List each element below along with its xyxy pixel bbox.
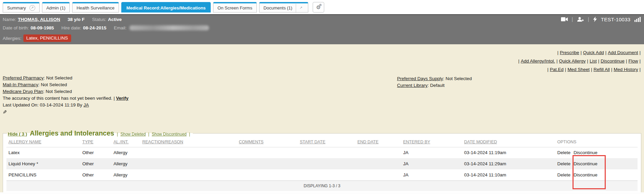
allergy-row-latex: Latex Other Allergy JA 03-14-2024 11:19a… (6, 147, 638, 158)
tab-summary-label: Summary (7, 5, 26, 10)
action-link-list[interactable]: List (589, 58, 597, 64)
patient-banner: Name: THOMAS, ALLISON 38 y/o F Status: A… (0, 14, 644, 44)
tab-documents-label: Documents (1) (264, 5, 292, 10)
action-link-add-document[interactable]: Add Document (608, 50, 638, 55)
tab-divider (296, 3, 296, 13)
panel-title: Allergies and Intolerances (30, 129, 114, 137)
medicare-drug-plan-link[interactable]: Medicare Drug Plan (3, 89, 43, 94)
discontinue-link-row3[interactable]: Discontinue (574, 172, 598, 177)
allergies-panel: Hide ( 3 ) Allergies and Intolerances | … (3, 129, 641, 193)
patient-hire-date: 08-24-2015 (83, 25, 106, 30)
allergies-panel-legend: Hide ( 3 ) Allergies and Intolerances | … (7, 129, 193, 137)
verify-link[interactable]: Verify (116, 96, 128, 101)
hide-count-link[interactable]: Hide ( 3 ) (8, 131, 27, 137)
tab-documents[interactable]: Documents (1) ↗ (259, 2, 308, 13)
patient-age-sex: 38 y/o F (68, 17, 85, 22)
mail-in-pharmacy-line: Mail-In Pharmacy: Not Selected (3, 81, 128, 88)
action-link-flow[interactable]: Flow (628, 58, 638, 64)
mail-in-pharmacy-link[interactable]: Mail-In Pharmacy (3, 82, 38, 87)
preferred-days-supply-value: Not Selected (445, 76, 472, 81)
name-label: Name: (3, 17, 16, 22)
record-id: TEST-10033 (601, 17, 630, 22)
action-link-add-allergy-intol-[interactable]: Add Allergy/Intol. (521, 58, 555, 64)
discontinue-link-row2[interactable]: Discontinue (574, 161, 598, 166)
current-library-value: Default (430, 83, 445, 88)
tab-health-surveillance[interactable]: Health Surveillance (72, 2, 119, 13)
action-link-pat-ed[interactable]: Pat.Ed (550, 67, 564, 72)
preferred-days-supply-link[interactable]: Preferred Days Supply (397, 76, 443, 81)
tab-admin[interactable]: Admin (1) (42, 2, 70, 13)
patient-dob: 08-09-1985 (30, 25, 54, 30)
tab-summary[interactable]: Summary ↗ (3, 2, 40, 13)
medicare-drug-plan-value: Not Selected (46, 89, 72, 94)
supply-info: Preferred Days Supply: Not Selected Curr… (397, 75, 472, 89)
allergy-row-liquid-honey: Liquid Honey * Other Allergy JA 03-14-20… (6, 158, 638, 169)
popout-icon[interactable]: ↗ (298, 5, 304, 11)
main-content: |Prescribe|Quick Add|Add Document| |Add … (0, 44, 644, 194)
tab-bar: Summary ↗ Admin (1) Health Surveillance … (0, 0, 644, 14)
preferred-pharmacy-link[interactable]: Preferred Pharmacy (3, 75, 44, 80)
edit-pencil-icon[interactable]: ✎ (3, 109, 7, 115)
updated-by-link[interactable]: JA (83, 102, 89, 107)
panel-legend-links: | Show Deleted | Show Discontinued | (117, 132, 190, 137)
hire-date-label: Hire date: (61, 25, 81, 30)
allergies-badge[interactable]: Latex, PENICILLINS (23, 34, 71, 42)
col-options: OPTIONS (555, 137, 638, 147)
action-link-refill-all[interactable]: Refill All (594, 67, 610, 72)
bar-chart-icon[interactable] (635, 17, 641, 22)
video-camera-icon[interactable] (561, 17, 568, 22)
col-entered-by[interactable]: ENTERED BY (401, 137, 462, 147)
medicare-drug-plan-line: Medicare Drug Plan: Not Selected (3, 88, 128, 95)
allergies-label: Allergies: (3, 36, 22, 41)
mail-in-pharmacy-value: Not Selected (41, 82, 67, 87)
col-allergy-name[interactable]: ALLERGY NAME (6, 137, 80, 147)
preferred-pharmacy-value: Not Selected (46, 75, 72, 80)
action-link-med-sheet[interactable]: Med Sheet (567, 67, 589, 72)
delete-link-row1[interactable]: Delete (557, 150, 570, 155)
action-link-discontinue[interactable]: Discontinue (601, 58, 625, 64)
current-library-link[interactable]: Current Library (397, 83, 428, 88)
action-links: |Prescribe|Quick Add|Add Document| |Add … (518, 48, 641, 74)
email-value-redacted (129, 25, 209, 30)
action-link-quick-add[interactable]: Quick Add (583, 50, 604, 55)
dob-label: Date of birth: (3, 25, 29, 30)
col-type[interactable]: TYPE (80, 137, 111, 147)
tab-health-surveillance-label: Health Surveillance (77, 5, 115, 10)
pharmacy-info: Preferred Pharmacy: Not Selected Mail-In… (3, 75, 128, 108)
col-start-date[interactable]: START DATE (298, 137, 355, 147)
accuracy-line: The accuracy of this content has not yet… (3, 95, 128, 102)
email-label: Email: (114, 25, 127, 30)
tab-medical-record-allergies-medications[interactable]: Medical Record:Allergies/Medications (121, 2, 211, 13)
col-reaction-reason[interactable]: REACTION/REASON (140, 137, 237, 147)
preferred-days-supply-line: Preferred Days Supply: Not Selected (397, 75, 472, 82)
delete-link-row2[interactable]: Delete (557, 161, 570, 166)
tab-on-screen-forms-label: On Screen Forms (217, 5, 252, 10)
accuracy-text: The accuracy of this content has not yet… (3, 96, 112, 101)
show-discontinued-link[interactable]: Show Discontinued (152, 132, 187, 137)
settings-gear-button[interactable]: ⚙ ⚙ (313, 2, 324, 13)
action-links-row3: |Pat.Ed|Med Sheet|Refill All|Med History… (518, 65, 641, 74)
lightning-bolt-icon[interactable] (593, 17, 597, 22)
action-link-med-history[interactable]: Med History (614, 67, 638, 72)
discontinue-link-row1[interactable]: Discontinue (574, 150, 598, 155)
action-link-prescribe[interactable]: Prescribe (560, 50, 579, 55)
bottom-strip (0, 192, 644, 194)
col-comments[interactable]: COMMENTS (237, 137, 298, 147)
allergies-table: ALLERGY NAME TYPE AL./INT. REACTION/REAS… (6, 137, 638, 191)
tab-on-screen-forms[interactable]: On Screen Forms (213, 2, 257, 13)
col-end-date[interactable]: END DATE (355, 137, 401, 147)
col-al-int[interactable]: AL./INT. (111, 137, 140, 147)
col-date-modified[interactable]: DATE MODIFIED (462, 137, 555, 147)
tab-medical-record-label: Medical Record:Allergies/Medications (126, 5, 206, 10)
allergy-row-penicillins: PENICILLINS Other Allergy JA 03-14-2024 … (6, 169, 638, 180)
table-header-row: ALLERGY NAME TYPE AL./INT. REACTION/REAS… (6, 137, 638, 147)
popout-icon[interactable]: ↗ (29, 5, 35, 11)
table-footer-row: DISPLAYING 1-3 / 3 (6, 180, 638, 191)
action-links-row1: |Prescribe|Quick Add|Add Document| (518, 48, 641, 57)
delete-link-row3[interactable]: Delete (557, 172, 570, 177)
patient-name-link[interactable]: THOMAS, ALLISON (18, 17, 60, 22)
action-link-quick-allergy[interactable]: Quick Allergy (559, 58, 586, 64)
add-person-icon[interactable] (577, 17, 584, 22)
status-label: Status: (92, 17, 106, 22)
show-deleted-link[interactable]: Show Deleted (120, 132, 146, 137)
